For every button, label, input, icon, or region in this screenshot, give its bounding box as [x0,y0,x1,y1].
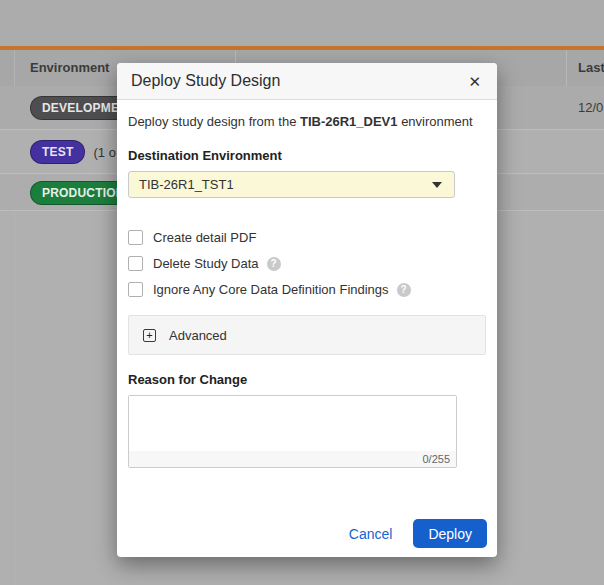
destination-environment-label: Destination Environment [128,148,486,163]
character-counter: 0/255 [129,451,456,467]
options-group: Create detail PDF Delete Study Data ? Ig… [128,228,486,299]
advanced-expander[interactable]: + Advanced [128,315,486,355]
source-environment-name: TIB-26R1_DEV1 [300,114,398,129]
checkbox-row-delete-study-data: Delete Study Data ? [128,254,486,273]
ignore-findings-checkbox[interactable] [128,282,143,297]
reason-for-change-textarea[interactable] [129,396,456,451]
close-icon[interactable]: ✕ [468,74,481,89]
last-date-cell: 12/0 [578,100,603,115]
intro-suffix: environment [398,114,473,129]
checkbox-row-create-detail-pdf: Create detail PDF [128,228,486,247]
column-divider [566,50,567,86]
intro-prefix: Deploy study design from the [128,114,300,129]
reason-for-change-label: Reason for Change [128,372,486,387]
dialog-title: Deploy Study Design [131,72,468,90]
help-icon[interactable]: ? [397,283,411,297]
dialog-body: Deploy study design from the TIB-26R1_DE… [117,100,497,519]
deploy-button[interactable]: Deploy [413,519,487,548]
delete-study-data-label: Delete Study Data [153,256,259,271]
dialog-header: Deploy Study Design ✕ [117,63,497,100]
expand-plus-icon: + [143,329,156,342]
column-header-environment: Environment [30,50,109,86]
row-suffix-text: (1 o [93,145,115,160]
top-bar [0,0,604,46]
destination-environment-value: TIB-26R1_TST1 [139,177,432,192]
create-detail-pdf-label: Create detail PDF [153,230,256,245]
dropdown-caret-icon [432,182,442,188]
cancel-button[interactable]: Cancel [349,526,393,542]
checkbox-row-ignore-findings: Ignore Any Core Data Definition Findings… [128,280,486,299]
deploy-study-design-dialog: Deploy Study Design ✕ Deploy study desig… [117,63,497,557]
advanced-label: Advanced [169,328,227,343]
delete-study-data-checkbox[interactable] [128,256,143,271]
intro-text: Deploy study design from the TIB-26R1_DE… [128,114,486,129]
create-detail-pdf-checkbox[interactable] [128,230,143,245]
help-icon[interactable]: ? [267,257,281,271]
dialog-footer: Cancel Deploy [117,519,497,557]
destination-environment-select[interactable]: TIB-26R1_TST1 [128,171,455,198]
ignore-findings-label: Ignore Any Core Data Definition Findings [153,282,389,297]
environment-badge-test: TEST [30,140,85,164]
reason-for-change-field: 0/255 [128,395,457,468]
column-header-last: Last [578,50,604,86]
